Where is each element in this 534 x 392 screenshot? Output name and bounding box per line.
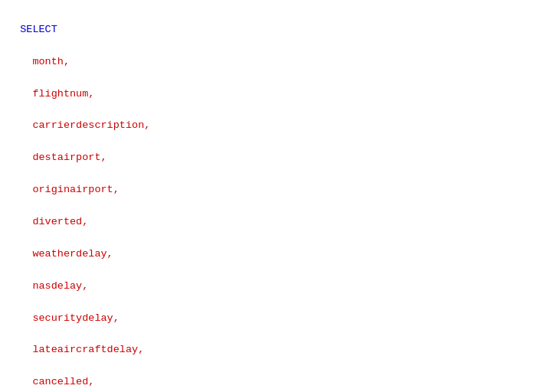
field-destairport: destairport, [32, 152, 106, 163]
field-originairport: originairport, [32, 184, 119, 195]
field-carrierdescription: carrierdescription, [32, 119, 150, 131]
indent [20, 56, 32, 67]
field-weatherdelay: weatherdelay, [32, 248, 113, 260]
indent [20, 248, 32, 260]
field-securitydelay: securitydelay, [32, 312, 119, 324]
field-nasdelay: nasdelay, [32, 280, 88, 292]
indent [20, 216, 32, 227]
code-editor: SELECT month, flightnum, carrierdescript… [8, 6, 526, 392]
indent [20, 88, 32, 100]
indent [20, 312, 32, 324]
indent [20, 152, 32, 163]
indent [20, 280, 32, 292]
select-keyword: SELECT [20, 24, 57, 35]
field-month: month, [32, 56, 70, 67]
indent [20, 119, 32, 131]
field-lateaircraftdelay: lateaircraftdelay, [32, 344, 144, 355]
field-flightnum: flightnum, [32, 88, 94, 100]
indent [20, 184, 32, 195]
field-diverted: diverted, [32, 216, 88, 227]
field-cancelled: cancelled, [32, 376, 94, 387]
indent [20, 376, 32, 387]
indent [20, 344, 32, 355]
